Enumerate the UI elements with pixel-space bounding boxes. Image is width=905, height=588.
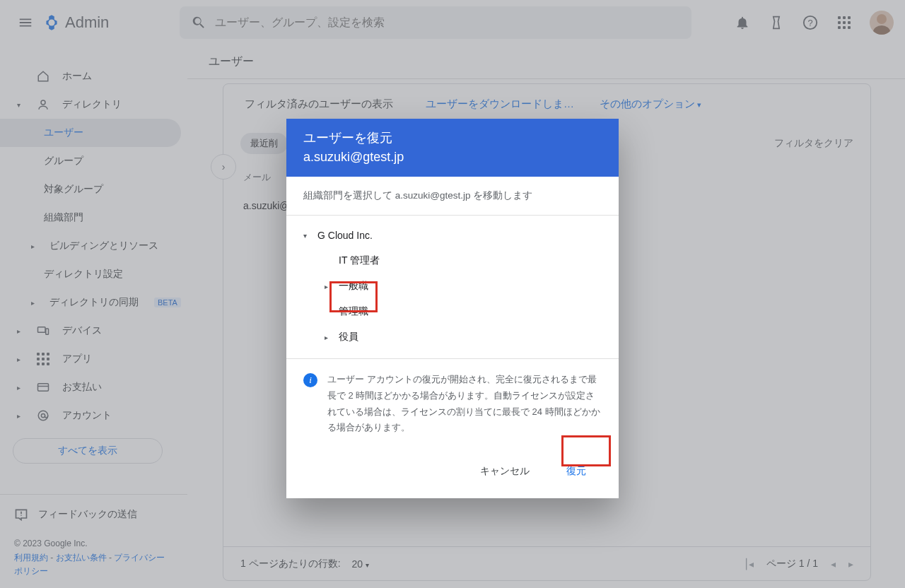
cancel-button[interactable]: キャンセル: [466, 459, 544, 484]
dialog-subtitle: a.suzuki@gtest.jp: [303, 148, 602, 167]
tree-label: IT 管理者: [339, 254, 380, 267]
dialog-title: ユーザーを復元: [303, 129, 602, 148]
info-icon: i: [303, 373, 317, 387]
tree-item-exec[interactable]: ▸ 役員: [286, 324, 619, 350]
chevron-down-icon: ▾: [303, 232, 317, 240]
restore-user-dialog: ユーザーを復元 a.suzuki@gtest.jp 組織部門を選択して a.su…: [286, 119, 619, 498]
tree-item-general[interactable]: ▸ 一般職: [286, 274, 619, 299]
tree-label: 役員: [339, 331, 358, 343]
tree-label: 一般職: [339, 280, 368, 293]
tree-item-it[interactable]: IT 管理者: [286, 248, 619, 274]
restore-button[interactable]: 復元: [552, 459, 600, 484]
tree-label: G Cloud Inc.: [317, 230, 373, 241]
tree-label: 管理職: [339, 305, 368, 318]
dialog-hint: 組織部門を選択して a.suzuki@gtest.jp を移動します: [286, 177, 619, 215]
org-unit-tree: ▾ G Cloud Inc. IT 管理者 ▸ 一般職 管理職 ▸ 役員: [286, 215, 619, 358]
chevron-right-icon: ▸: [325, 283, 339, 290]
dialog-note: ユーザー アカウントの復元が開始され、完全に復元されるまで最長で 2 時間ほどか…: [327, 372, 602, 436]
tree-item-manager[interactable]: 管理職: [286, 299, 619, 324]
chevron-right-icon: ▸: [325, 334, 339, 341]
tree-item-root[interactable]: ▾ G Cloud Inc.: [286, 223, 619, 248]
